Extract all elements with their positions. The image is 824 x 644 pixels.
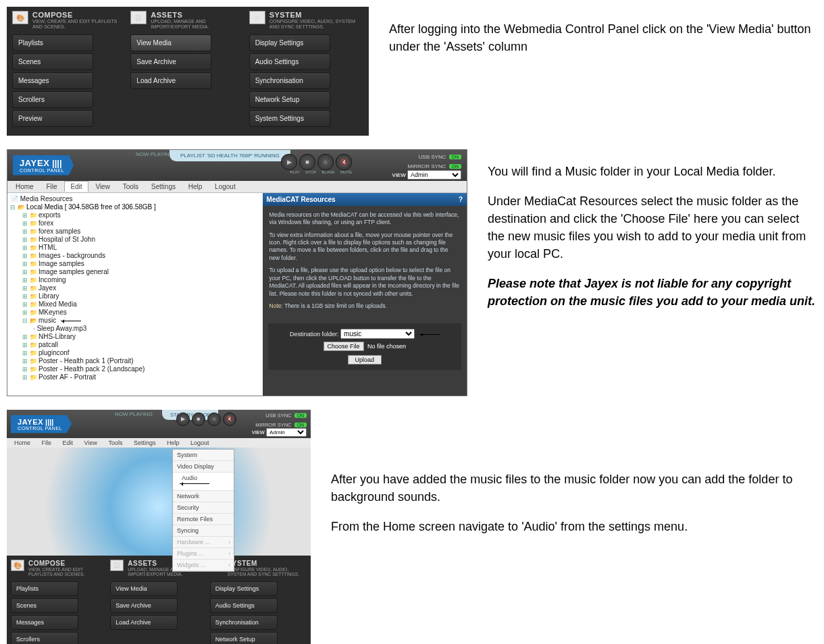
tree-item[interactable]: Incoming [22,276,260,284]
load-archive-button[interactable]: Load Archive [130,72,211,89]
tree-item[interactable]: Images - backgrounds [22,252,260,260]
settings-system[interactable]: System [173,450,234,461]
settings-plugins[interactable]: Plugins ... [173,548,234,560]
menu-file[interactable]: File [41,182,62,192]
help-icon[interactable]: ? [459,196,463,203]
menu-view[interactable]: View [90,182,115,192]
tree-item[interactable]: Jayex [22,284,260,292]
mediacat-p2: To view extra information about a file, … [269,232,460,263]
blank-button[interactable]: ○ [317,154,334,170]
tree-item[interactable]: forex [22,219,260,227]
settings-dropdown: System Video Display Audio Network Secur… [172,449,234,572]
system-subtitle: CONFIGURE VIDEO, AUDIO, SYSTEM AND SYNC … [269,19,363,30]
playlists-button-2[interactable]: Playlists [11,581,78,596]
brand-text: JAYEX [20,158,49,168]
compose-column: 🎨 COMPOSE VIEW, CREATE AND EDIT PLAYLIST… [12,11,126,129]
scenes-button-2[interactable]: Scenes [11,598,78,613]
play-button[interactable]: ▶ [281,154,297,170]
tree-item[interactable]: exports [22,211,260,219]
settings-audio[interactable]: Audio [173,473,234,491]
settings-hardware[interactable]: Hardware ... [173,537,234,548]
tree-item[interactable]: NHS-Library [22,333,260,341]
settings-widgets[interactable]: Widgets ... [173,560,234,571]
caption-1: After logging into the Webmedia Control … [389,7,817,68]
load-archive-button-2[interactable]: Load Archive [110,615,178,630]
network-setup-button-2[interactable]: Network Setup [210,632,278,644]
choose-file-button[interactable]: Choose File [324,342,364,351]
messages-button[interactable]: Messages [12,72,93,89]
network-setup-button[interactable]: Network Setup [249,91,330,108]
view-media-button-2[interactable]: View Media [110,581,178,596]
menu-home[interactable]: Home [10,182,39,192]
scrollers-button-2[interactable]: Scrollers [11,632,78,644]
tree-item[interactable]: Image samples [22,260,260,268]
menu-tools-2[interactable]: Tools [103,438,127,448]
menu-tools[interactable]: Tools [118,182,144,192]
synchronisation-button[interactable]: Synchronisation [249,72,330,89]
mute-button[interactable]: 🔇 [336,154,352,170]
media-resources-window: JAYEX |||| CONTROL PANEL NOW PLAYING PLA… [7,149,467,396]
settings-security[interactable]: Security [173,502,234,514]
tree-root[interactable]: Local Media [ 304.58GB free of 306.58GB … [10,203,260,211]
brand-subtext: CONTROL PANEL [20,168,64,173]
view-dropdown-2[interactable]: Admin [266,428,307,437]
menu-edit[interactable]: Edit [64,181,88,192]
menu-home-2[interactable]: Home [9,438,35,448]
menu-help[interactable]: Help [183,182,208,192]
caption-3: After you have added the music files to … [331,410,817,547]
scenes-button[interactable]: Scenes [12,53,93,70]
preview-button[interactable]: Preview [12,110,93,127]
caption-2: You will find a Music folder in your Loc… [488,149,817,323]
tree-item[interactable]: HTML [22,244,260,252]
upload-button[interactable]: Upload [348,355,382,365]
tree-music[interactable]: music [22,317,260,325]
tree-item[interactable]: forex samples [22,227,260,236]
menu-edit-2[interactable]: Edit [58,438,78,448]
play-button-2[interactable]: ▶ [176,412,190,426]
settings-syncing[interactable]: Syncing [173,525,234,537]
folder-tree[interactable]: 📄 Media Resources Local Media [ 304.58GB… [7,193,263,396]
playlists-button[interactable]: Playlists [12,34,93,51]
synchronisation-button-2[interactable]: Synchronisation [210,615,278,630]
tree-item[interactable]: Image samples general [22,268,260,276]
view-media-button[interactable]: View Media [130,34,211,51]
display-settings-button-2[interactable]: Display Settings [210,581,278,596]
tree-item[interactable]: Library [22,292,260,300]
audio-settings-button[interactable]: Audio Settings [249,53,330,70]
menu-view-2[interactable]: View [80,438,102,448]
stop-button[interactable]: ■ [299,154,315,170]
usb-sync-on: ON [449,155,462,159]
tree-item[interactable]: MKeynes [22,308,260,317]
view-selector: VIEW Admin [392,170,461,180]
display-settings-button[interactable]: Display Settings [249,34,330,51]
annotation-arrow-dest [419,334,440,335]
settings-video-display[interactable]: Video Display [173,461,234,473]
save-archive-button-2[interactable]: Save Archive [110,598,178,613]
stop-button-2[interactable]: ■ [192,412,205,426]
menu-settings[interactable]: Settings [146,182,181,192]
destination-select[interactable]: music [340,329,415,339]
menu-help-2[interactable]: Help [162,438,184,448]
tree-item[interactable]: Hospital of St John [22,236,260,244]
menu-file-2[interactable]: File [37,438,57,448]
tree-item[interactable]: Poster - Health pack 1 (Portrait) [22,357,260,365]
tree-item[interactable]: patcall [22,341,260,349]
tree-item[interactable]: Poster - Health pack 2 (Landscape) [22,365,260,373]
settings-remote-files[interactable]: Remote Files [173,514,234,525]
scrollers-button[interactable]: Scrollers [12,91,93,108]
view-dropdown[interactable]: Admin [407,170,461,180]
menu-logout-2[interactable]: Logout [186,438,214,448]
system-settings-button[interactable]: System Settings [249,110,330,127]
tree-item[interactable]: Poster AF - Portrait [22,373,260,381]
menu-logout[interactable]: Logout [209,182,241,192]
menu-settings-2[interactable]: Settings [129,438,161,448]
blank-button-2[interactable]: ○ [207,412,221,426]
mute-button-2[interactable]: 🔇 [223,412,236,426]
tree-item[interactable]: Mixed Media [22,300,260,308]
settings-network[interactable]: Network [173,491,234,502]
tree-music-child[interactable]: Sleep Away.mp3 [22,325,260,333]
messages-button-2[interactable]: Messages [11,615,78,630]
tree-item[interactable]: pluginconf [22,349,260,357]
save-archive-button[interactable]: Save Archive [130,53,211,70]
audio-settings-button-2[interactable]: Audio Settings [210,598,278,613]
